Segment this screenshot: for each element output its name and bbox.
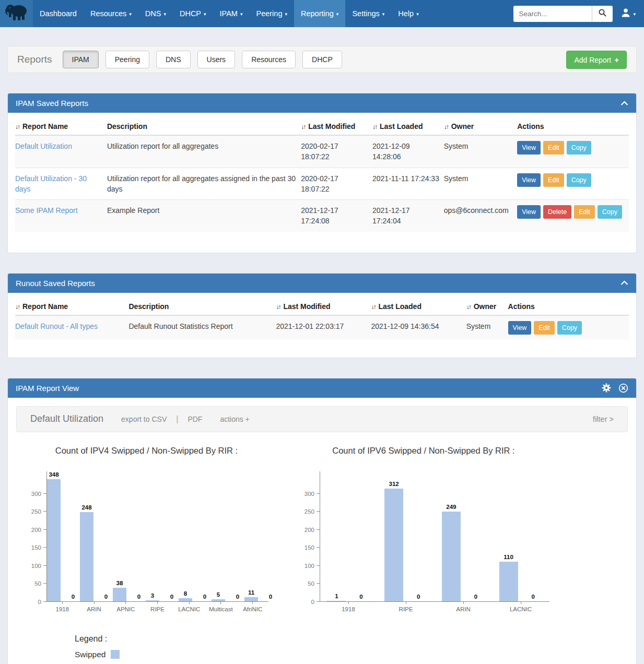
report-tab-dns[interactable]: DNS: [156, 51, 191, 68]
x-tick-label: LACNIC: [178, 606, 200, 612]
edit-button[interactable]: Edit: [574, 205, 595, 219]
report-name-link[interactable]: Default Utilization - 30 days: [15, 174, 87, 193]
panel-title: Runout Saved Reports: [16, 279, 95, 288]
column-header-last-loaded[interactable]: ↓↑Last Loaded: [371, 298, 466, 315]
nav-item-help[interactable]: Help▾: [391, 0, 425, 27]
bar-value-label: 0: [269, 594, 272, 600]
search-button[interactable]: [592, 6, 613, 22]
add-report-button[interactable]: Add Report+: [566, 51, 627, 69]
gear-icon[interactable]: [602, 383, 611, 393]
y-axis: 050100150200250300: [298, 471, 320, 602]
bar-value-label: 0: [474, 594, 477, 600]
close-circle-icon[interactable]: [618, 383, 628, 393]
chevron-down-icon: ▾: [204, 11, 206, 17]
chevron-down-icon: ▾: [129, 11, 132, 17]
view-button[interactable]: View: [508, 321, 532, 335]
delete-button[interactable]: Delete: [543, 205, 571, 219]
swipped-bar: [442, 512, 461, 601]
copy-button[interactable]: Copy: [567, 141, 591, 155]
user-menu[interactable]: ▾: [621, 8, 636, 19]
y-tick-label: 150: [31, 544, 41, 551]
ipam-report-view-panel: IPAM Report View: [7, 378, 637, 664]
nav-item-label: DHCP: [180, 9, 201, 18]
column-header-last-modified[interactable]: ↓↑Last Modified: [276, 298, 371, 315]
y-tick-label: 0: [38, 599, 41, 605]
edit-button[interactable]: Edit: [543, 173, 564, 187]
collapse-chevron-up-icon[interactable]: [620, 101, 628, 106]
view-button[interactable]: View: [517, 141, 541, 155]
table-row: Default UtilizationUtilization report fo…: [15, 135, 629, 168]
nav-item-ipam[interactable]: IPAM▾: [213, 0, 250, 27]
copy-button[interactable]: Copy: [567, 173, 591, 187]
collapse-chevron-up-icon[interactable]: [620, 280, 628, 286]
column-header-owner[interactable]: ↓↑Owner: [466, 298, 508, 315]
table-row: Some IPAM ReportExample Report2021-12-17…: [15, 200, 629, 232]
search-icon: [598, 8, 607, 19]
nav-item-peering[interactable]: Peering▾: [249, 0, 294, 27]
actions-menu[interactable]: actions +: [220, 415, 249, 423]
report-name-link[interactable]: Default Runout - All types: [15, 322, 98, 330]
chart-legend: Legend : SwippedNon-Swipped: [75, 634, 628, 664]
view-button[interactable]: View: [517, 173, 541, 187]
top-navbar: DashboardResources▾DNS▾DHCP▾IPAM▾Peering…: [0, 0, 644, 27]
copy-button[interactable]: Copy: [557, 321, 582, 335]
nav-item-reporting[interactable]: Reporting▾: [294, 0, 345, 27]
legend-title: Legend :: [75, 634, 628, 644]
actions-cell: ViewDeleteEditCopy: [517, 200, 629, 232]
nav-item-settings[interactable]: Settings▾: [345, 0, 391, 27]
swipped-bar: [499, 562, 518, 601]
y-tick-label: 300: [305, 491, 314, 497]
report-owner: System: [466, 315, 508, 340]
charts-row: Count of IPV4 Swipped / Non-Swipped By R…: [16, 446, 628, 612]
copy-button[interactable]: Copy: [598, 205, 622, 219]
y-tick-label: 50: [34, 580, 41, 587]
chart-title: Count of IPV6 Swipped / Non-Swipped By R…: [298, 446, 549, 456]
legend-swatch: [111, 650, 120, 659]
edit-button[interactable]: Edit: [543, 141, 564, 155]
last-loaded: 2021-12-09 14:36:54: [371, 315, 466, 340]
report-tab-ipam[interactable]: IPAM: [63, 51, 99, 68]
report-owner: System: [444, 168, 518, 200]
x-tick-label: 1918: [56, 606, 69, 612]
nav-item-dashboard[interactable]: Dashboard: [33, 0, 84, 27]
report-tab-peering[interactable]: Peering: [106, 51, 149, 68]
export-pdf-link[interactable]: PDF: [188, 415, 202, 423]
sort-icon: ↓↑: [15, 303, 19, 311]
report-owner: System: [444, 135, 518, 168]
search-input[interactable]: [513, 6, 592, 22]
bar-value-label: 0: [104, 594, 108, 600]
nav-item-dns[interactable]: DNS▾: [138, 0, 173, 27]
bar-group-lacnic: 80: [179, 471, 212, 601]
nav-item-dhcp[interactable]: DHCP▾: [173, 0, 213, 27]
nav-item-resources[interactable]: Resources▾: [84, 0, 138, 27]
filter-toggle[interactable]: filter >: [593, 415, 614, 423]
report-tab-dhcp[interactable]: DHCP: [302, 51, 342, 68]
column-header-report-name[interactable]: ↓↑Report Name: [15, 118, 107, 135]
swipped-bar: [80, 512, 93, 601]
report-name-link[interactable]: Default Utilization: [15, 142, 72, 150]
report-tab-resources[interactable]: Resources: [242, 51, 296, 68]
y-tick-label: 250: [31, 508, 41, 515]
bar-value-label: 248: [81, 504, 91, 511]
nav-item-label: IPAM: [220, 9, 238, 18]
export-csv-link[interactable]: export to CSV: [121, 415, 167, 423]
last-modified: 2021-12-17 17:24:08: [301, 200, 372, 232]
app-logo[interactable]: [0, 0, 33, 27]
report-name-link[interactable]: Some IPAM Report: [15, 206, 78, 215]
last-modified: 2020-02-17 18:07:22: [301, 168, 372, 200]
nav-item-label: Help: [398, 9, 414, 18]
bar-group-apnic: 380: [113, 471, 146, 601]
nav-item-label: Settings: [352, 9, 379, 18]
column-header-last-loaded[interactable]: ↓↑Last Loaded: [372, 118, 444, 135]
report-tab-users[interactable]: Users: [197, 51, 236, 68]
bar-value-label: 0: [359, 594, 362, 600]
plot-area: 10312024901100: [320, 471, 549, 602]
view-button[interactable]: View: [517, 205, 541, 219]
column-header-report-name[interactable]: ↓↑Report Name: [15, 298, 128, 315]
runout-saved-reports-panel: Runout Saved Reports ↓↑Report NameDescri…: [7, 273, 637, 358]
column-header-last-modified[interactable]: ↓↑Last Modified: [301, 118, 372, 135]
elephant-logo-icon: [5, 3, 29, 24]
column-header-owner[interactable]: ↓↑Owner: [444, 118, 518, 135]
swipped-bar: [384, 489, 403, 601]
edit-button[interactable]: Edit: [534, 321, 555, 335]
